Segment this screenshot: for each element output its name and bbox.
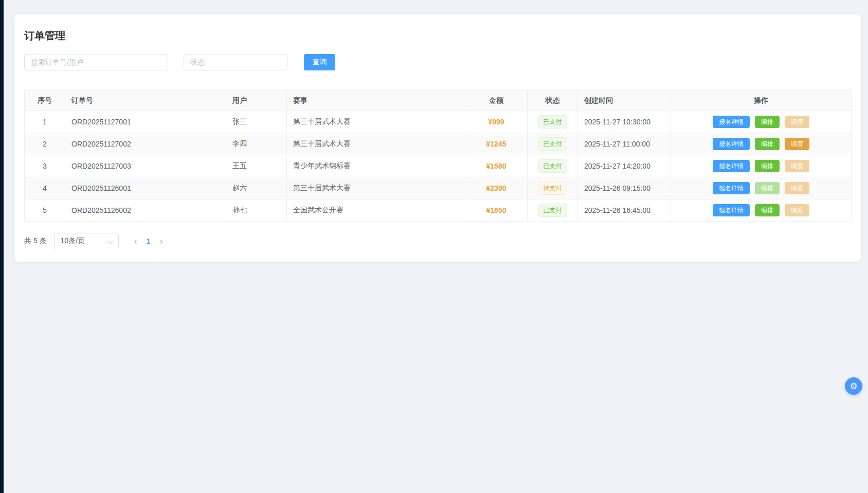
cell-amount: ¥1245 [465, 133, 528, 155]
cell-order-no: ORD20251126001 [65, 177, 226, 199]
cell-created-at: 2025-11-26 09:15:00 [578, 177, 671, 199]
status-badge: 已支付 [538, 204, 567, 217]
row-actions: 报名详情编排调度 [677, 138, 845, 150]
cell-index: 4 [25, 177, 65, 199]
table-row: 1ORD20251127001张三第三十届武术大赛¥999已支付2025-11-… [25, 111, 852, 133]
cell-order-no: ORD20251126002 [65, 199, 226, 222]
table-row: 3ORD20251127003王五青少年武术锦标赛¥1580已支付2025-11… [25, 155, 852, 177]
page-size-select[interactable]: 10条/页 [54, 233, 119, 249]
column-header-order-no: 订单号 [65, 90, 226, 111]
cell-created-at: 2025-11-27 11:00:00 [578, 133, 671, 155]
arrange-button[interactable]: 编排 [755, 204, 780, 216]
cell-order-no: ORD20251127002 [65, 133, 226, 155]
page-number-1[interactable]: 1 [141, 235, 156, 247]
row-actions: 报名详情编排调度 [677, 182, 845, 194]
order-table: 序号 订单号 用户 赛事 金额 状态 创建时间 操作 1ORD202511270… [24, 90, 852, 222]
cell-status: 已支付 [528, 199, 578, 222]
arrange-button: 编排 [755, 182, 780, 194]
pager: ‹ 1 › [130, 234, 167, 248]
next-page-button[interactable]: › [156, 234, 167, 248]
query-button[interactable]: 查询 [304, 54, 335, 70]
column-header-user: 用户 [226, 90, 287, 111]
row-actions: 报名详情编排调度 [677, 160, 845, 172]
column-header-amount: 金额 [465, 90, 528, 111]
dispatch-button: 调度 [785, 116, 809, 128]
cell-index: 5 [25, 199, 65, 222]
order-management-card: 订单管理 查询 序号 订单号 用户 赛事 金额 状态 创建时间 操作 1ORD2… [14, 14, 861, 262]
cell-status: 待支付 [528, 177, 578, 199]
cell-order-no: ORD20251127003 [65, 155, 226, 177]
cell-actions: 报名详情编排调度 [671, 133, 852, 155]
order-table-body: 1ORD20251127001张三第三十届武术大赛¥999已支付2025-11-… [25, 111, 852, 222]
arrange-button[interactable]: 编排 [755, 116, 780, 128]
column-header-index: 序号 [25, 90, 65, 111]
page-title: 订单管理 [24, 29, 851, 43]
arrange-button[interactable]: 编排 [755, 138, 780, 150]
cell-amount: ¥1850 [465, 199, 528, 222]
detail-button[interactable]: 报名详情 [713, 182, 750, 194]
row-actions: 报名详情编排调度 [677, 116, 845, 128]
detail-button[interactable]: 报名详情 [713, 116, 750, 128]
filter-bar: 查询 [24, 54, 851, 70]
settings-fab-button[interactable]: ⚙ [845, 377, 862, 395]
column-header-status: 状态 [528, 90, 578, 111]
status-badge: 已支付 [538, 159, 567, 173]
cell-actions: 报名详情编排调度 [671, 177, 852, 199]
row-actions: 报名详情编排调度 [677, 204, 845, 216]
table-header-row: 序号 订单号 用户 赛事 金额 状态 创建时间 操作 [25, 90, 852, 111]
cell-actions: 报名详情编排调度 [671, 111, 852, 133]
cell-amount: ¥2300 [465, 177, 528, 199]
prev-page-button[interactable]: ‹ [130, 234, 141, 248]
status-badge: 已支付 [538, 115, 567, 129]
dispatch-button: 调度 [785, 160, 809, 172]
cell-event: 第三十届武术大赛 [287, 111, 465, 133]
dispatch-button: 调度 [785, 204, 809, 216]
cell-event: 第三十届武术大赛 [287, 177, 465, 199]
cell-status: 已支付 [528, 111, 578, 133]
cell-created-at: 2025-11-27 10:30:00 [578, 111, 671, 133]
gear-icon: ⚙ [849, 382, 857, 391]
detail-button[interactable]: 报名详情 [713, 160, 750, 172]
cell-order-no: ORD20251127001 [65, 111, 226, 133]
search-input[interactable] [24, 54, 168, 70]
arrange-button[interactable]: 编排 [755, 160, 780, 172]
cell-user: 王五 [226, 155, 287, 177]
column-header-actions: 操作 [671, 90, 852, 111]
cell-amount: ¥999 [465, 111, 528, 133]
table-row: 5ORD20251126002孙七全国武术公开赛¥1850已支付2025-11-… [25, 199, 852, 222]
pagination-total: 共 5 条 [24, 236, 47, 246]
status-badge: 待支付 [538, 181, 567, 195]
cell-event: 第三十届武术大赛 [287, 133, 465, 155]
cell-user: 张三 [226, 111, 287, 133]
cell-event: 青少年武术锦标赛 [287, 155, 465, 177]
cell-user: 孙七 [226, 199, 287, 222]
pagination: 共 5 条 10条/页 ‹ 1 › [24, 233, 851, 249]
column-header-created-at: 创建时间 [578, 90, 671, 111]
cell-amount: ¥1580 [465, 155, 528, 177]
status-filter-input[interactable] [184, 54, 287, 70]
dispatch-button[interactable]: 调度 [785, 138, 809, 150]
cell-created-at: 2025-11-26 16:45:00 [578, 199, 671, 222]
cell-user: 李四 [226, 133, 287, 155]
cell-index: 2 [25, 133, 65, 155]
column-header-event: 赛事 [287, 90, 465, 111]
cell-user: 赵六 [226, 177, 287, 199]
cell-actions: 报名详情编排调度 [671, 155, 852, 177]
status-badge: 已支付 [538, 137, 567, 151]
cell-created-at: 2025-11-27 14:20:00 [578, 155, 671, 177]
chevron-down-icon [107, 239, 113, 244]
detail-button[interactable]: 报名详情 [713, 204, 750, 216]
cell-actions: 报名详情编排调度 [671, 199, 852, 222]
cell-status: 已支付 [528, 133, 578, 155]
table-row: 4ORD20251126001赵六第三十届武术大赛¥2300待支付2025-11… [25, 177, 852, 199]
cell-event: 全国武术公开赛 [287, 199, 465, 222]
table-row: 2ORD20251127002李四第三十届武术大赛¥1245已支付2025-11… [25, 133, 852, 155]
cell-index: 1 [25, 111, 65, 133]
cell-status: 已支付 [528, 155, 578, 177]
page-size-value: 10条/页 [61, 236, 85, 246]
detail-button[interactable]: 报名详情 [713, 138, 750, 150]
dispatch-button: 调度 [785, 182, 809, 194]
sidebar-strip [0, 0, 4, 493]
cell-index: 3 [25, 155, 65, 177]
